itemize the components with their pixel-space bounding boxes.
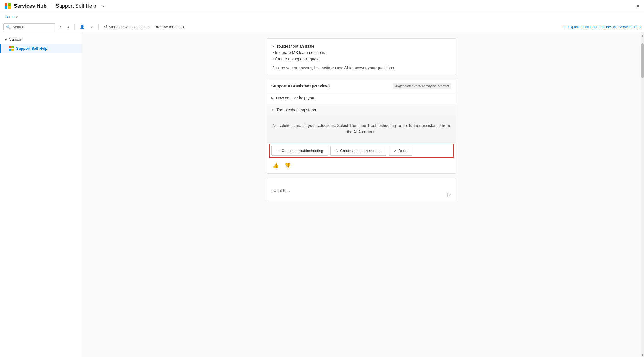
bullet-list: Troubleshoot an issue Integrate MS learn… bbox=[273, 43, 450, 62]
toolbar-divider bbox=[74, 24, 75, 30]
refresh-icon: ↺ bbox=[104, 24, 108, 29]
done-button[interactable]: ✓ Done bbox=[389, 146, 412, 156]
chevron-down-icon: ∨ bbox=[90, 25, 93, 29]
app-title: Services Hub bbox=[14, 3, 47, 9]
send-button[interactable]: ▷ bbox=[447, 191, 451, 197]
accordion-header-troubleshooting[interactable]: ▼ Troubleshooting steps bbox=[267, 104, 456, 116]
thumbs-down-icon: 👎 bbox=[285, 163, 291, 168]
ai-assistant-card: Support AI Assistant (Preview) AI-genera… bbox=[267, 80, 456, 174]
collapse-button[interactable]: « bbox=[66, 24, 71, 30]
scrollbar-right[interactable]: ▲ ▼ bbox=[641, 32, 644, 357]
accordion-section-help: ▶ How can we help you? bbox=[267, 92, 456, 104]
feedback-person-icon: 🗣 bbox=[156, 25, 159, 29]
sidebar-group-support: ∨ Support Support Self Help bbox=[0, 32, 82, 55]
scroll-up-icon[interactable]: ▲ bbox=[641, 34, 644, 38]
chat-input[interactable] bbox=[271, 188, 445, 197]
bullet-item-3: Create a support request bbox=[273, 56, 450, 62]
give-feedback-label: Give feedback bbox=[160, 25, 184, 29]
thumbs-up-icon: 👍 bbox=[273, 163, 279, 168]
toolbar-right: ⇥ Explore additional features on Service… bbox=[563, 25, 641, 29]
clear-icon: × bbox=[59, 25, 62, 29]
layout: ∨ Support Support Self Help Troubleshoot… bbox=[0, 32, 644, 357]
breadcrumb: Home > bbox=[0, 12, 644, 21]
start-new-conversation-button[interactable]: ↺ Start a new conversation bbox=[102, 23, 152, 30]
search-box[interactable]: 🔍 bbox=[3, 23, 55, 30]
bullet-item-2: Integrate MS learn solutions bbox=[273, 49, 450, 56]
person-button[interactable]: 👤 bbox=[78, 24, 86, 30]
close-button[interactable]: × bbox=[636, 3, 639, 9]
troubleshooting-message: No solutions match your selections. Sele… bbox=[267, 116, 456, 142]
chevron-down-troubleshooting-icon: ▼ bbox=[271, 108, 274, 112]
dropdown-button[interactable]: ∨ bbox=[89, 24, 95, 30]
create-support-label: Create a support request bbox=[340, 149, 382, 153]
collapse-icon: « bbox=[67, 25, 69, 29]
ai-generated-badge: AI-generated content may be incorrect bbox=[393, 83, 451, 89]
chat-input-area: ▷ bbox=[267, 178, 456, 201]
chevron-right-icon: ▶ bbox=[271, 97, 274, 100]
scroll-down-icon[interactable]: ▼ bbox=[641, 353, 644, 357]
main-content: Troubleshoot an issue Integrate MS learn… bbox=[82, 32, 641, 357]
section2-label: Troubleshooting steps bbox=[276, 108, 316, 112]
section1-label: How can we help you? bbox=[276, 96, 317, 100]
clear-button[interactable]: × bbox=[57, 24, 63, 30]
title-bar: Services Hub | Support Self Help ··· × bbox=[0, 0, 644, 12]
continue-troubleshooting-button[interactable]: → Continue troubleshooting bbox=[271, 146, 328, 156]
support-icon: ⊙ bbox=[335, 149, 338, 153]
title-bar-left: Services Hub | Support Self Help ··· bbox=[5, 3, 106, 9]
ai-card-title: Support AI Assistant (Preview) bbox=[271, 84, 330, 88]
accordion-header-help[interactable]: ▶ How can we help you? bbox=[267, 92, 456, 104]
sidebar-item-icon bbox=[9, 46, 14, 51]
info-card: Troubleshoot an issue Integrate MS learn… bbox=[267, 38, 456, 75]
explore-link[interactable]: ⇥ Explore additional features on Service… bbox=[563, 25, 641, 29]
thumbs-up-button[interactable]: 👍 bbox=[271, 161, 280, 170]
toolbar-divider-2 bbox=[98, 24, 99, 30]
explore-label: Explore additional features on Services … bbox=[568, 25, 641, 29]
sidebar-item-support-self-help[interactable]: Support Self Help bbox=[0, 44, 82, 53]
send-icon: ▷ bbox=[447, 191, 451, 197]
action-buttons-row: → Continue troubleshooting ⊙ Create a su… bbox=[267, 143, 456, 159]
title-separator: | bbox=[51, 4, 52, 8]
accordion-section-troubleshooting: ▼ Troubleshooting steps No solutions mat… bbox=[267, 104, 456, 143]
sidebar-item-label: Support Self Help bbox=[16, 46, 47, 51]
continue-troubleshooting-label: Continue troubleshooting bbox=[282, 149, 323, 153]
content-area: Troubleshoot an issue Integrate MS learn… bbox=[261, 32, 462, 213]
thumbs-down-button[interactable]: 👎 bbox=[283, 161, 292, 170]
app-subtitle: Support Self Help bbox=[56, 3, 96, 9]
arrow-right-icon: → bbox=[276, 149, 280, 153]
feedback-row: 👍 👎 bbox=[267, 159, 456, 173]
info-note: Just so you are aware, I sometimes use A… bbox=[273, 66, 450, 70]
more-options-icon[interactable]: ··· bbox=[101, 3, 106, 9]
breadcrumb-home[interactable]: Home bbox=[5, 15, 15, 19]
chevron-down-sidebar-icon: ∨ bbox=[5, 37, 7, 41]
sidebar: ∨ Support Support Self Help bbox=[0, 32, 82, 357]
ai-card-header: Support AI Assistant (Preview) AI-genera… bbox=[267, 80, 456, 92]
sidebar-group-header[interactable]: ∨ Support bbox=[0, 35, 82, 44]
search-icon: 🔍 bbox=[6, 25, 11, 29]
scrollbar-thumb[interactable] bbox=[641, 43, 644, 78]
app-logo bbox=[5, 3, 11, 9]
sidebar-group-label: Support bbox=[9, 37, 22, 41]
search-input[interactable] bbox=[12, 25, 53, 29]
person-icon: 👤 bbox=[80, 25, 85, 29]
start-new-label: Start a new conversation bbox=[109, 25, 150, 29]
check-icon: ✓ bbox=[394, 149, 397, 153]
give-feedback-button[interactable]: 🗣 Give feedback bbox=[154, 24, 186, 30]
toolbar: 🔍 × « 👤 ∨ ↺ Start a new conversation 🗣 G… bbox=[0, 21, 644, 32]
done-label: Done bbox=[398, 149, 407, 153]
bullet-item-1: Troubleshoot an issue bbox=[273, 43, 450, 49]
explore-icon: ⇥ bbox=[563, 25, 566, 29]
breadcrumb-chevron: > bbox=[16, 15, 18, 19]
create-support-request-button[interactable]: ⊙ Create a support request bbox=[330, 146, 386, 156]
accordion-content-troubleshooting: No solutions match your selections. Sele… bbox=[267, 116, 456, 142]
